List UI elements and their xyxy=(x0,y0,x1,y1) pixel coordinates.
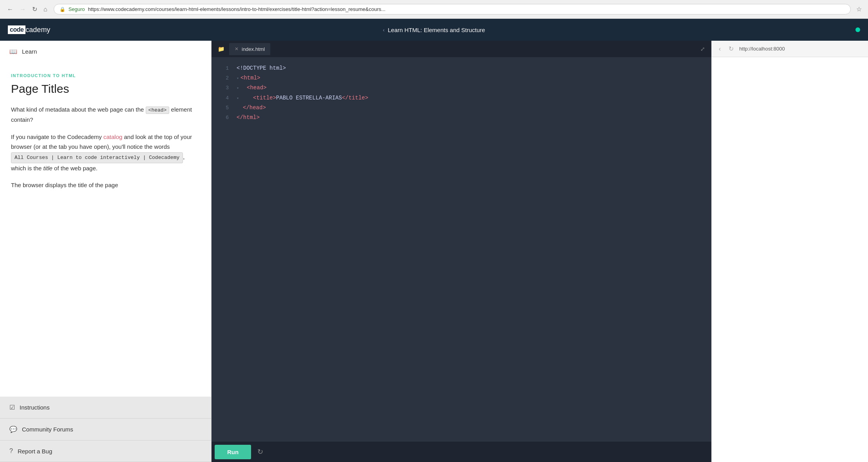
app-header: codecademy ‹ Learn HTML: Elements and St… xyxy=(0,19,868,41)
preview-content xyxy=(712,57,868,462)
section-label: INTRODUCTION TO HTML xyxy=(11,73,200,78)
nav-buttons: ← → ↻ ⌂ xyxy=(5,4,50,14)
expand-icon[interactable]: ⤢ xyxy=(697,43,708,55)
paragraph-1: What kind of metadata about the web page… xyxy=(11,105,200,125)
editor-tabs-bar: 📁 ✕ index.html ⤢ xyxy=(212,41,711,57)
editor-tab-label: index.html xyxy=(242,46,265,52)
catalog-link[interactable]: catalog xyxy=(103,134,122,140)
tab-bug-label: Report a Bug xyxy=(18,448,52,455)
secure-label: Seguro xyxy=(69,6,85,12)
home-button[interactable]: ⌂ xyxy=(41,4,50,14)
preview-reload-button[interactable]: ↻ xyxy=(726,43,736,54)
book-icon: 📖 xyxy=(9,48,17,55)
head-code-tag: <head> xyxy=(146,106,170,114)
logo: codecademy xyxy=(8,25,50,34)
code-line-5: 5 </head> xyxy=(212,103,711,113)
url-text: https://www.codecademy.com/courses/learn… xyxy=(88,6,385,12)
tab-instructions[interactable]: ☑ Instructions xyxy=(0,397,211,419)
bookmark-button[interactable]: ☆ xyxy=(855,4,863,14)
editor-bottom-bar: Run ↻ xyxy=(212,442,711,462)
chat-icon: 💬 xyxy=(9,426,17,433)
back-button[interactable]: ← xyxy=(5,4,16,14)
help-icon: ? xyxy=(9,448,13,455)
editor-panel: 📁 ✕ index.html ⤢ 1 <!DOCTYPE html> 2 ▾ <… xyxy=(212,41,711,462)
address-bar[interactable]: 🔒 Seguro https://www.codecademy.com/cour… xyxy=(54,4,851,14)
code-editor[interactable]: 1 <!DOCTYPE html> 2 ▾ <html> 3 ▾ <head> … xyxy=(212,57,711,442)
browser-chrome: ← → ↻ ⌂ 🔒 Seguro https://www.codecademy.… xyxy=(0,0,868,19)
logo-cademy: cademy xyxy=(25,26,50,34)
title-code-block: All Courses | Learn to code interactivel… xyxy=(11,152,183,163)
preview-back-button[interactable]: ‹ xyxy=(716,44,723,54)
tab-report-bug[interactable]: ? Report a Bug xyxy=(0,440,211,462)
logo-code: code xyxy=(8,25,25,34)
tab-community-label: Community Forums xyxy=(22,426,73,433)
lesson-body: What kind of metadata about the web page… xyxy=(11,105,200,190)
code-line-4: 4 ▾ <title>PABLO ESTRELLA-ARIAS</title> xyxy=(212,93,711,103)
left-panel: 📖 Learn INTRODUCTION TO HTML Page Titles… xyxy=(0,41,212,462)
preview-panel: ‹ ↻ http://localhost:8000 xyxy=(711,41,868,462)
paragraph-3: The browser displays the title of the pa… xyxy=(11,180,200,190)
code-line-1: 1 <!DOCTYPE html> xyxy=(212,63,711,73)
main-layout: 📖 Learn INTRODUCTION TO HTML Page Titles… xyxy=(0,41,868,462)
editor-tab-index-html[interactable]: ✕ index.html xyxy=(229,43,270,55)
header-title: ‹ Learn HTML: Elements and Structure xyxy=(383,27,485,33)
course-title: Learn HTML: Elements and Structure xyxy=(388,27,485,33)
preview-toolbar: ‹ ↻ http://localhost:8000 xyxy=(712,41,868,57)
tab-community[interactable]: 💬 Community Forums xyxy=(0,419,211,440)
reload-button[interactable]: ↻ xyxy=(30,4,40,14)
learn-content: INTRODUCTION TO HTML Page Titles What ki… xyxy=(0,62,211,397)
run-button[interactable]: Run xyxy=(215,445,251,459)
code-line-3: 3 ▾ <head> xyxy=(212,83,711,93)
folder-icon[interactable]: 📁 xyxy=(215,43,228,55)
checkbox-icon: ☑ xyxy=(9,404,15,411)
tab-learn-label: Learn xyxy=(22,48,37,55)
secure-icon: 🔒 xyxy=(60,7,65,12)
forward-button[interactable]: → xyxy=(17,4,28,14)
refresh-button[interactable]: ↻ xyxy=(254,444,266,459)
chevron-icon: ‹ xyxy=(383,27,385,33)
code-line-2: 2 ▾ <html> xyxy=(212,73,711,83)
tab-instructions-label: Instructions xyxy=(20,404,50,411)
close-tab-icon[interactable]: ✕ xyxy=(235,47,239,51)
preview-url: http://localhost:8000 xyxy=(739,46,863,52)
status-dot xyxy=(855,27,860,32)
lesson-title: Page Titles xyxy=(11,82,200,96)
paragraph-2: If you navigate to the Codecademy catalo… xyxy=(11,132,200,173)
tab-learn[interactable]: 📖 Learn xyxy=(0,41,211,62)
code-line-6: 6 </html> xyxy=(212,113,711,123)
